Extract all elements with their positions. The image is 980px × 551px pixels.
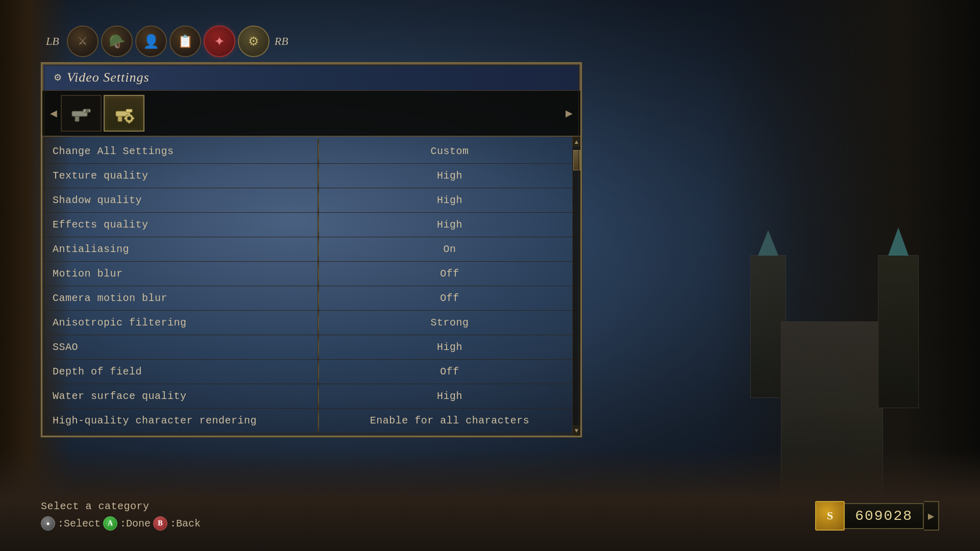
- score-display: 609028: [845, 503, 924, 529]
- castle-spire-right: [888, 228, 909, 256]
- btn-a[interactable]: A: [103, 516, 117, 531]
- settings-value-0: Custom: [319, 139, 580, 163]
- nav-label-rb: RB: [275, 35, 288, 48]
- settings-label-5: Motion blur: [42, 262, 318, 286]
- settings-value-7: Strong: [319, 311, 580, 335]
- castle-spire-left: [758, 230, 778, 256]
- svg-rect-5: [126, 109, 132, 112]
- scrollbar-track: ▲ ▼: [572, 137, 580, 436]
- settings-value-10: High: [319, 384, 580, 408]
- settings-list: Change All Settings Custom Texture quali…: [42, 137, 580, 436]
- tab-row: ◀: [42, 91, 580, 137]
- settings-value-1: High: [319, 164, 580, 188]
- settings-value-3: High: [319, 213, 580, 237]
- ui-container: LB ⚔ 🪖 👤 📋 ✦ ⚙ RB ⚙ Video Settings ◀: [41, 26, 582, 485]
- settings-label-2: Shadow quality: [42, 188, 318, 212]
- svg-rect-6: [118, 116, 122, 121]
- settings-row-2[interactable]: Shadow quality High: [42, 188, 580, 213]
- nav-icon-scroll[interactable]: 📋: [169, 26, 201, 57]
- tab-display[interactable]: [61, 95, 102, 132]
- score-arrow[interactable]: ▶: [924, 501, 939, 531]
- svg-rect-12: [132, 118, 134, 119]
- tab-video-icon: [111, 100, 137, 127]
- settings-row-7[interactable]: Anisotropic filtering Strong: [42, 311, 580, 335]
- svg-rect-9: [129, 113, 130, 115]
- settings-value-8: High: [319, 335, 580, 359]
- settings-label-10: Water surface quality: [42, 384, 318, 408]
- nav-icon-face[interactable]: 👤: [135, 26, 167, 57]
- panel-title-icon: ⚙: [54, 72, 62, 83]
- settings-row-3[interactable]: Effects quality High: [42, 213, 580, 237]
- settings-row-5[interactable]: Motion blur Off: [42, 262, 580, 286]
- button-hints: ● :Select A :Done B :Back: [41, 516, 201, 531]
- settings-value-5: Off: [319, 262, 580, 286]
- tab-video[interactable]: [104, 95, 144, 132]
- settings-row-11[interactable]: High-quality character rendering Enable …: [42, 409, 580, 433]
- settings-label-11: High-quality character rendering: [42, 409, 318, 433]
- panel-title-text: Video Settings: [67, 70, 150, 85]
- castle-tower-right: [878, 255, 919, 408]
- settings-value-4: On: [319, 237, 580, 261]
- btn-b[interactable]: B: [153, 516, 167, 531]
- settings-label-4: Antialiasing: [42, 237, 318, 261]
- main-panel: ⚙ Video Settings ◀: [41, 62, 582, 437]
- score-value: 609028: [855, 508, 913, 524]
- settings-row-6[interactable]: Camera motion blur Off: [42, 286, 580, 311]
- svg-rect-11: [124, 118, 126, 119]
- tab-nav-left[interactable]: ◀: [48, 98, 59, 129]
- nav-icons: ⚔ 🪖 👤 📋 ✦ ⚙: [67, 26, 270, 57]
- nav-icon-gear[interactable]: ⚙: [238, 26, 270, 57]
- scroll-up-arrow[interactable]: ▲: [573, 137, 580, 147]
- settings-scroll-area: Change All Settings Custom Texture quali…: [42, 137, 580, 436]
- nav-label-lb: LB: [46, 35, 59, 48]
- nav-icon-sword[interactable]: ⚔: [67, 26, 99, 57]
- scroll-down-arrow[interactable]: ▼: [573, 425, 580, 436]
- btn-select[interactable]: ●: [41, 516, 55, 531]
- settings-row-9[interactable]: Depth of field Off: [42, 360, 580, 384]
- nav-icon-helmet[interactable]: 🪖: [101, 26, 133, 57]
- nav-bar: LB ⚔ 🪖 👤 📋 ✦ ⚙ RB: [41, 26, 582, 57]
- settings-row-1[interactable]: Texture quality High: [42, 164, 580, 188]
- settings-value-11: Enable for all characters: [319, 409, 580, 433]
- settings-row-8[interactable]: SSAO High: [42, 335, 580, 360]
- svg-point-8: [127, 116, 131, 120]
- settings-row-10[interactable]: Water surface quality High: [42, 384, 580, 409]
- select-category-hint: Select a category: [41, 500, 201, 512]
- settings-label-0: Change All Settings: [42, 139, 318, 163]
- settings-label-6: Camera motion blur: [42, 286, 318, 310]
- svg-point-3: [86, 110, 89, 113]
- btn-select-hint: :Select: [58, 518, 101, 530]
- settings-value-2: High: [319, 188, 580, 212]
- settings-label-9: Depth of field: [42, 360, 318, 384]
- svg-rect-2: [75, 116, 79, 121]
- btn-b-hint: :Back: [170, 518, 201, 530]
- nav-icon-emblem[interactable]: ✦: [204, 26, 235, 57]
- settings-label-1: Texture quality: [42, 164, 318, 188]
- tab-nav-right[interactable]: ▶: [564, 98, 574, 129]
- settings-label-3: Effects quality: [42, 213, 318, 237]
- settings-value-9: Off: [319, 360, 580, 384]
- score-emblem: S: [815, 501, 845, 531]
- settings-label-8: SSAO: [42, 335, 318, 359]
- settings-label-7: Anisotropic filtering: [42, 311, 318, 335]
- settings-value-6: Off: [319, 286, 580, 310]
- tab-display-icon: [68, 100, 94, 127]
- btn-a-hint: :Done: [120, 518, 151, 530]
- panel-title-bar: ⚙ Video Settings: [42, 64, 580, 91]
- svg-rect-10: [129, 121, 130, 123]
- settings-row-4[interactable]: Antialiasing On: [42, 237, 580, 262]
- bottom-controls: Select a category ● :Select A :Done B :B…: [41, 500, 201, 531]
- scrollbar-thumb[interactable]: [573, 150, 580, 170]
- score-area: S 609028 ▶: [815, 501, 939, 531]
- settings-row-0[interactable]: Change All Settings Custom: [42, 139, 580, 164]
